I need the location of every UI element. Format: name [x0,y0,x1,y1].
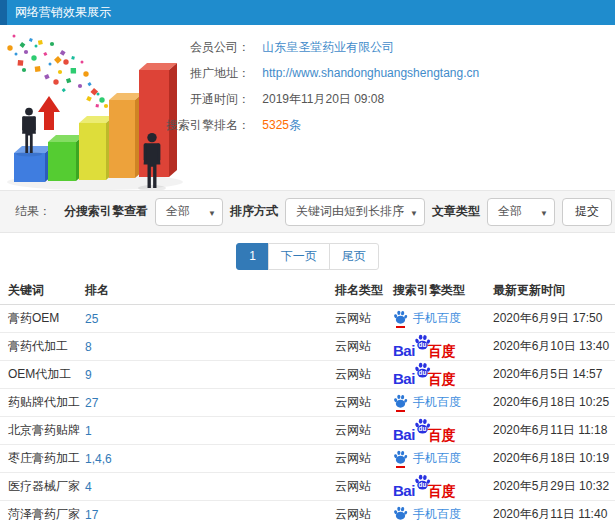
mobile-baidu-label: 手机百度 [413,450,461,467]
engine-filter-label: 分搜索引擎查看 [64,203,148,220]
baidu-red-underline [396,410,405,412]
rank-value[interactable]: 1 [85,424,92,438]
baidu-red-underline [396,326,405,328]
svg-text:du: du [418,481,426,488]
promo-url-link[interactable]: http://www.shandonghuangshengtang.cn [262,66,479,80]
page-1-button[interactable]: 1 [236,243,269,270]
baidu-paw-icon [393,394,408,409]
chevron-down-icon: ▼ [540,209,548,218]
rank-count-label: 搜索引擎排名： [150,112,250,138]
rank-value[interactable]: 1,4,6 [85,452,112,466]
updated-cell: 2020年6月5日 14:57 [493,361,615,389]
keyword-cell: 菏泽膏药厂家 [0,501,85,520]
baidu-logo-cn: 百度 [428,372,456,386]
baidu-paw-icon [393,450,408,465]
marketing-report-page: 网络营销效果展示 会员公司： 山东皇圣堂药业有限公司 推广地址： http://… [0,0,615,520]
svg-text:du: du [418,425,426,432]
rank-value[interactable]: 27 [85,396,98,410]
updated-cell: 2020年6月18日 10:25 [493,389,615,417]
engine-cell: 手机百度 [393,501,493,520]
info-row-url: 推广地址： http://www.shandonghuangshengtang.… [150,60,479,86]
baidu-logo-bai: Bai [393,343,415,358]
col-rank: 排名 [85,276,335,305]
rank-type-cell: 云网站 [335,445,393,473]
next-page-button[interactable]: 下一页 [268,243,330,270]
engine-cell: Baidu百度 [393,333,493,361]
engine-cell: 手机百度 [393,305,493,333]
baidu-logo: Baidu百度 [393,362,456,386]
keyword-cell: 膏药OEM [0,305,85,333]
promo-url-label: 推广地址： [150,60,250,86]
info-row-open-time: 开通时间： 2019年11月20日 09:08 [150,86,384,112]
table-row: OEM代加工9云网站Baidu百度2020年6月5日 14:57 [0,361,615,389]
result-label: 结果： [15,191,51,232]
company-link[interactable]: 山东皇圣堂药业有限公司 [262,40,394,54]
rank-value[interactable]: 8 [85,340,92,354]
updated-cell: 2020年6月11日 11:40 [493,501,615,520]
engine-cell: Baidu百度 [393,361,493,389]
article-type-select[interactable]: 全部 ▼ [487,198,555,226]
open-time-label: 开通时间： [150,86,250,112]
updated-cell: 2020年5月29日 10:32 [493,473,615,501]
submit-button[interactable]: 提交 [562,198,612,226]
pagination: 1 下一页 尾页 [0,243,615,270]
info-row-rank-count: 搜索引擎排名： 5325条 [150,112,301,138]
last-page-button[interactable]: 尾页 [329,243,379,270]
mobile-baidu-paw-wrap [393,310,408,328]
svg-text:du: du [418,369,426,376]
keyword-cell: 医疗器械厂家 [0,473,85,501]
engine-cell: 手机百度 [393,389,493,417]
mobile-baidu-badge: 手机百度 [393,506,461,520]
sort-select[interactable]: 关键词由短到长排序 ▼ [285,198,425,226]
rank-value[interactable]: 25 [85,312,98,326]
baidu-logo-cn: 百度 [428,344,456,358]
article-type-select-value: 全部 [498,203,522,220]
rank-type-cell: 云网站 [335,417,393,445]
baidu-logo-bai: Bai [393,483,415,498]
rank-type-cell: 云网站 [335,305,393,333]
table-row: 药贴牌代加工27云网站手机百度2020年6月18日 10:25 [0,389,615,417]
baidu-logo: Baidu百度 [393,474,456,498]
company-label: 会员公司： [150,34,250,60]
table-row: 菏泽膏药厂家17云网站手机百度2020年6月11日 11:40 [0,501,615,520]
col-keyword: 关键词 [0,276,85,305]
rank-type-cell: 云网站 [335,389,393,417]
chevron-down-icon: ▼ [208,209,216,218]
rank-count-suffix: 条 [289,118,301,132]
rank-value[interactable]: 9 [85,368,92,382]
rank-value[interactable]: 17 [85,508,98,520]
table-row: 北京膏药贴牌1云网站Baidu百度2020年6月11日 11:18 [0,417,615,445]
keyword-cell: 枣庄膏药加工 [0,445,85,473]
baidu-logo-bai: Bai [393,427,415,442]
mobile-baidu-label: 手机百度 [413,394,461,411]
table-row: 膏药OEM25云网站手机百度2020年6月9日 17:50 [0,305,615,333]
rank-type-cell: 云网站 [335,361,393,389]
engine-cell: Baidu百度 [393,417,493,445]
col-rank-type: 排名类型 [335,276,393,305]
rank-count-value: 5325 [262,118,289,132]
mobile-baidu-paw-wrap [393,506,408,520]
engine-cell: Baidu百度 [393,473,493,501]
svg-text:du: du [418,341,426,348]
rank-type-cell: 云网站 [335,333,393,361]
open-time-value: 2019年11月20日 09:08 [262,92,384,106]
mobile-baidu-badge: 手机百度 [393,310,461,328]
rank-value[interactable]: 4 [85,480,92,494]
col-engine-type: 搜索引擎类型 [393,276,493,305]
info-row-company: 会员公司： 山东皇圣堂药业有限公司 [150,34,394,60]
table-row: 医疗器械厂家4云网站Baidu百度2020年5月29日 10:32 [0,473,615,501]
updated-cell: 2020年6月9日 17:50 [493,305,615,333]
table-row: 枣庄膏药加工1,4,6云网站手机百度2020年6月18日 10:19 [0,445,615,473]
keyword-cell: 北京膏药贴牌 [0,417,85,445]
baidu-logo: Baidu百度 [393,418,456,442]
engine-select-value: 全部 [166,203,190,220]
updated-cell: 2020年6月18日 10:19 [493,445,615,473]
updated-cell: 2020年6月11日 11:18 [493,417,615,445]
keyword-rank-table: 关键词 排名 排名类型 搜索引擎类型 最新更新时间 膏药OEM25云网站手机百度… [0,276,615,520]
engine-cell: 手机百度 [393,445,493,473]
mobile-baidu-paw-wrap [393,394,408,412]
engine-select[interactable]: 全部 ▼ [155,198,223,226]
header-bar: 网络营销效果展示 [0,0,615,25]
baidu-paw-icon [393,310,408,325]
header-accent-strip [0,0,7,25]
